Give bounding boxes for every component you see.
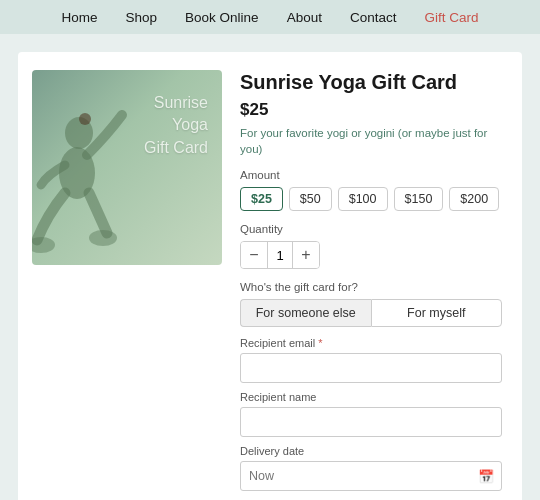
delivery-date-wrapper: 📅 <box>240 461 502 491</box>
nav-contact[interactable]: Contact <box>350 10 397 25</box>
recipient-section: Who's the gift card for? For someone els… <box>240 281 502 327</box>
for-someone-else-button[interactable]: For someone else <box>240 299 371 327</box>
main-content: Sunrise Yoga Gift Card Sunrise Yoga Gift… <box>18 52 522 500</box>
navigation: Home Shop Book Online About Contact Gift… <box>0 0 540 34</box>
nav-book-online[interactable]: Book Online <box>185 10 259 25</box>
recipient-email-label: Recipient email * <box>240 337 502 349</box>
nav-home[interactable]: Home <box>62 10 98 25</box>
quantity-stepper: − 1 + <box>240 241 320 269</box>
quantity-plus-button[interactable]: + <box>293 242 319 268</box>
product-details: Sunrise Yoga Gift Card $25 For your favo… <box>240 70 502 500</box>
amount-btn-200[interactable]: $200 <box>449 187 499 211</box>
amount-label: Amount <box>240 169 502 181</box>
amount-btn-50[interactable]: $50 <box>289 187 332 211</box>
quantity-value: 1 <box>267 242 293 268</box>
recipient-email-input[interactable] <box>240 353 502 383</box>
amount-btn-100[interactable]: $100 <box>338 187 388 211</box>
recipient-name-group: Recipient name <box>240 391 502 437</box>
quantity-minus-button[interactable]: − <box>241 242 267 268</box>
amount-btn-150[interactable]: $150 <box>394 187 444 211</box>
recipient-question: Who's the gift card for? <box>240 281 502 293</box>
gift-card-text: Sunrise Yoga Gift Card <box>144 92 208 159</box>
nav-about[interactable]: About <box>287 10 322 25</box>
product-price: $25 <box>240 100 502 120</box>
delivery-date-input[interactable] <box>240 461 502 491</box>
product-title: Sunrise Yoga Gift Card <box>240 70 502 94</box>
yoga-person-illustration <box>32 105 142 265</box>
recipient-email-group: Recipient email * <box>240 337 502 383</box>
quantity-label: Quantity <box>240 223 502 235</box>
recipient-name-input[interactable] <box>240 407 502 437</box>
for-myself-button[interactable]: For myself <box>371 299 503 327</box>
quantity-control: − 1 + <box>240 241 502 269</box>
delivery-date-group: Delivery date 📅 <box>240 445 502 491</box>
svg-point-4 <box>89 230 117 246</box>
required-marker: * <box>315 337 322 349</box>
recipient-name-label: Recipient name <box>240 391 502 403</box>
nav-gift-card[interactable]: Gift Card <box>424 10 478 25</box>
amount-options: $25 $50 $100 $150 $200 <box>240 187 502 211</box>
gift-card-image: Sunrise Yoga Gift Card <box>32 70 222 265</box>
recipient-options: For someone else For myself <box>240 299 502 327</box>
amount-btn-25[interactable]: $25 <box>240 187 283 211</box>
product-subtitle: For your favorite yogi or yogini (or may… <box>240 125 502 157</box>
delivery-date-label: Delivery date <box>240 445 502 457</box>
nav-shop[interactable]: Shop <box>126 10 158 25</box>
svg-point-3 <box>32 237 55 253</box>
svg-point-1 <box>79 113 91 125</box>
